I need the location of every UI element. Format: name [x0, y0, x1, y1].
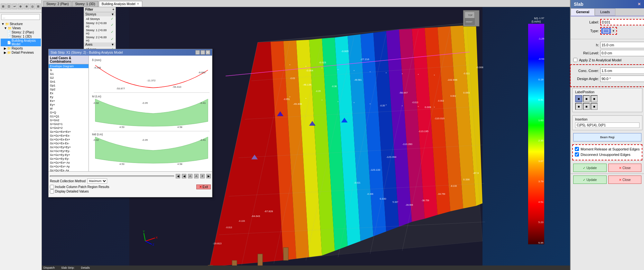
list-item-g1[interactable]: G1: [49, 72, 89, 76]
h-input[interactable]: [600, 42, 644, 48]
storey0-label: Storey: 0 (+0.00 m): [86, 22, 111, 28]
moment-release-checkbox[interactable]: [575, 147, 579, 151]
list-item-gc7[interactable]: Gc+Gc+Ey-Ey+: [49, 153, 89, 157]
strip-maximize-btn[interactable]: □: [201, 50, 205, 55]
list-item-gc4[interactable]: Gc+Gc+Ex-Ex-: [49, 141, 89, 145]
filter-storeys-header[interactable]: Storeys ▼: [84, 12, 116, 16]
conc-cover-input[interactable]: [600, 68, 644, 74]
label-pos-mr[interactable]: ◼: [591, 103, 598, 110]
strip-play-btn[interactable]: ◀: [176, 174, 180, 178]
list-item-ex[interactable]: Ex: [49, 91, 89, 95]
apply-z-checkbox[interactable]: [573, 58, 577, 62]
toolbar-icon-2[interactable]: ⊡: [6, 4, 12, 9]
list-item-ey2[interactable]: Ey+: [49, 103, 89, 107]
panel-close-action-btn[interactable]: ✕ Close: [608, 164, 642, 172]
tree-item-structure[interactable]: ▼ 📁 Structure: [1, 22, 41, 26]
viewport[interactable]: Filter + Storeys ▼ All Storeys ✓ Storey:…: [42, 7, 570, 270]
list-item-gc8[interactable]: Gc+Gc+Ey-Ey-: [49, 157, 89, 161]
tab-close-icon[interactable]: ✕: [137, 2, 139, 5]
list-item-gn1[interactable]: Gn1: [49, 80, 89, 84]
label-pos-tc[interactable]: ◼: [583, 95, 590, 102]
list-item-g[interactable]: G: [49, 68, 89, 72]
strip-num-btn[interactable]: #: [200, 174, 205, 178]
panel-update-btn[interactable]: ✓ Update: [573, 164, 607, 172]
list-item-ggn22[interactable]: G+Gn2+2: [49, 126, 89, 130]
filter-storey0[interactable]: Storey: 0 (+0.00 m) ✓: [84, 21, 116, 28]
list-item-gc2[interactable]: Gc+Gc+Ex+Ex-: [49, 134, 89, 138]
strip-text2-btn[interactable]: A: [194, 174, 199, 178]
tab-storey2-plan[interactable]: Storey: 2 (Plan): [43, 1, 71, 7]
filter-storey2[interactable]: Storey: 2 (+6.00 m) ✓: [84, 35, 116, 42]
toolbar-icon-5[interactable]: ⊗: [24, 4, 29, 9]
strip-close-btn[interactable]: ✕: [206, 50, 210, 55]
filter-axes-header[interactable]: Axes ▼: [84, 42, 116, 47]
list-item-w[interactable]: W: [49, 107, 89, 111]
tab-storey1-3d[interactable]: Storey: 1 (3D): [72, 1, 98, 7]
tree-item-building-analysis[interactable]: 📄 Building Analysis Model: [1, 39, 41, 46]
filter-storey1[interactable]: Storey: 1 (+0.00 m) ✓: [84, 28, 116, 35]
list-item-gc3[interactable]: Gc+Gc+Ex-Ex+: [49, 138, 89, 141]
list-item-gp1[interactable]: Gp1: [49, 84, 89, 87]
strip-text-btn[interactable]: A: [188, 174, 192, 178]
label-pos-ml[interactable]: ◼: [575, 103, 582, 110]
toolbar-icon-3[interactable]: ↩: [12, 4, 17, 9]
list-item-gp2[interactable]: Gp2: [49, 87, 89, 91]
list-item-gc6[interactable]: Gc+Gc+Ey+Ey-: [49, 149, 89, 153]
beam-regi-btn[interactable]: Beam Regi: [573, 133, 641, 141]
list-item-g1q1[interactable]: G1+Q1: [49, 114, 89, 118]
filter-expand-icon[interactable]: +: [112, 8, 114, 11]
toolbar-icon-7[interactable]: ⊞: [36, 4, 41, 9]
list-item-gc9[interactable]: Gc+Gc+Ex+ Ax: [49, 161, 89, 165]
rel-level-input[interactable]: [600, 50, 644, 56]
include-column-checkbox[interactable]: [50, 185, 54, 189]
tree-item-storey2[interactable]: 📄 Storey: 2 (Plan): [1, 30, 41, 34]
panel-close-btn[interactable]: ✕: [638, 2, 641, 6]
strip-right-btn[interactable]: ▶: [206, 174, 211, 178]
result-method-select[interactable]: Maximum: [87, 178, 107, 184]
list-item-ey[interactable]: Ey: [49, 95, 89, 99]
svg-point-93: [289, 96, 290, 97]
tab-loads[interactable]: Loads: [595, 8, 615, 16]
exit-btn[interactable]: ✕ Exit: [196, 184, 211, 189]
list-item-gc10[interactable]: Gc+Gc+Ex+ Ay: [49, 165, 89, 168]
tab-building-analysis[interactable]: Building Analysis Model ✕: [99, 1, 142, 7]
type-selector[interactable]: ▼: [600, 27, 617, 35]
display-detailed-checkbox[interactable]: [50, 189, 54, 194]
toolbar-icon-6[interactable]: ◎: [30, 4, 35, 9]
label-input[interactable]: [600, 19, 644, 25]
svg-text:-0.005: -0.005: [341, 50, 349, 53]
list-item-ex2[interactable]: Ex+: [49, 99, 89, 103]
type-dropdown-btn[interactable]: ▼: [611, 28, 616, 34]
tree-item-views[interactable]: ▼ 📁 Views: [1, 26, 41, 30]
design-angle-input[interactable]: [600, 76, 644, 82]
toolbar-icon-4[interactable]: ⊕: [18, 4, 23, 9]
footer-close-btn[interactable]: ✕ Close: [608, 176, 642, 184]
list-item-ggn2[interactable]: G+Gn2: [49, 118, 89, 122]
svg-text:-0.36: -0.36: [331, 85, 337, 87]
list-item-gc1[interactable]: Gc+Gc+Ex+Ex+: [49, 130, 89, 134]
type-icon-btn[interactable]: [601, 28, 611, 34]
list-item-gc11[interactable]: Gc+Gc+Ex- Ax: [49, 168, 89, 171]
search-input[interactable]: [1, 14, 40, 20]
label-pos-tr[interactable]: ◼: [591, 95, 598, 102]
toolbar-icon-1[interactable]: ⊞: [1, 4, 6, 9]
list-item-gpq[interactable]: G+Q: [49, 111, 89, 114]
tree-item-reports[interactable]: ▶ 📁 Reports: [1, 46, 41, 50]
tree-item-detail-previews[interactable]: ▶ 📁 Detail Previews: [1, 50, 41, 55]
filter-all-storeys[interactable]: All Storeys ✓: [84, 16, 116, 21]
strip-minimize-btn[interactable]: _: [195, 50, 200, 55]
disconnect-edges-checkbox[interactable]: [575, 152, 579, 157]
svg-text:-0.41: -0.41: [200, 139, 206, 141]
strip-slider[interactable]: [50, 176, 174, 177]
list-item-ggn21[interactable]: G+Gn2+1: [49, 122, 89, 126]
label-pos-mc[interactable]: ◼: [583, 103, 590, 110]
list-item-envelope[interactable]: Envelope Diagram: [49, 64, 89, 68]
list-item-gc5[interactable]: Gc+Gc+Ey+Ey+: [49, 145, 89, 149]
label-pos-tl[interactable]: ◼: [575, 95, 582, 102]
strip-left-btn[interactable]: ◀: [182, 174, 186, 178]
footer-update-btn[interactable]: ✓ Update: [573, 176, 607, 184]
list-item-g2[interactable]: G2: [49, 76, 89, 80]
tab-general[interactable]: General: [571, 8, 595, 16]
tree-item-storey1[interactable]: 📄 Storey: 1 (3D): [1, 34, 41, 39]
item-label-17: Gc+Gc+Ex+Ex+: [50, 130, 71, 133]
